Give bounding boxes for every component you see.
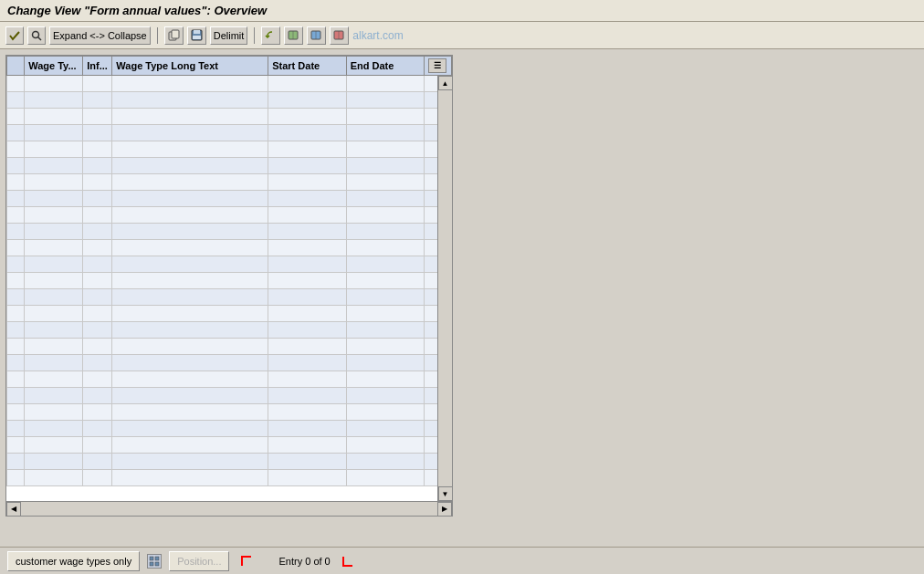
end-date-cell bbox=[346, 158, 424, 174]
row-selector[interactable] bbox=[7, 191, 25, 207]
col-header-tableicon: ☰ bbox=[425, 57, 452, 76]
save-btn[interactable] bbox=[187, 26, 206, 45]
wage-type-cell bbox=[25, 109, 83, 125]
row-selector[interactable] bbox=[7, 454, 25, 470]
row-selector[interactable] bbox=[7, 207, 25, 224]
inf-cell bbox=[83, 454, 112, 470]
row-selector[interactable] bbox=[7, 421, 25, 437]
long-text-cell bbox=[112, 355, 268, 371]
wage-type-cell bbox=[25, 141, 83, 158]
check-icon-btn[interactable] bbox=[5, 26, 24, 45]
column-config-icon[interactable]: ☰ bbox=[428, 58, 446, 73]
table-row[interactable] bbox=[7, 240, 452, 256]
end-date-cell bbox=[346, 306, 424, 322]
start-date-cell bbox=[268, 306, 346, 322]
search-icon-btn[interactable] bbox=[27, 26, 46, 45]
end-date-cell bbox=[346, 76, 424, 92]
undo-btn[interactable] bbox=[261, 26, 280, 45]
scroll-down-btn[interactable]: ▼ bbox=[438, 486, 453, 501]
end-date-cell bbox=[346, 371, 424, 388]
copy-btn[interactable] bbox=[164, 26, 184, 45]
inf-cell bbox=[83, 355, 112, 371]
row-selector[interactable] bbox=[7, 256, 25, 273]
table-row[interactable] bbox=[7, 207, 452, 224]
table-row[interactable] bbox=[7, 92, 452, 109]
col-header-startdate: Start Date bbox=[268, 57, 346, 76]
table-row[interactable] bbox=[7, 141, 452, 158]
row-selector[interactable] bbox=[7, 158, 25, 174]
col-header-sel bbox=[7, 57, 25, 76]
row-selector[interactable] bbox=[7, 76, 25, 92]
svg-rect-14 bbox=[155, 557, 159, 560]
row-selector[interactable] bbox=[7, 92, 25, 109]
vertical-scrollbar[interactable]: ▲ ▼ bbox=[437, 76, 452, 501]
end-date-cell bbox=[346, 256, 424, 273]
table-row[interactable] bbox=[7, 404, 452, 421]
table-row[interactable] bbox=[7, 191, 452, 207]
table-row[interactable] bbox=[7, 388, 452, 404]
book2-btn[interactable] bbox=[307, 26, 326, 45]
book3-btn[interactable] bbox=[330, 26, 349, 45]
table-row[interactable] bbox=[7, 273, 452, 289]
scroll-up-btn[interactable]: ▲ bbox=[438, 76, 453, 90]
row-selector[interactable] bbox=[7, 125, 25, 141]
wage-type-cell bbox=[25, 470, 83, 486]
row-selector[interactable] bbox=[7, 224, 25, 240]
row-selector[interactable] bbox=[7, 306, 25, 322]
wage-type-cell bbox=[25, 322, 83, 339]
row-selector[interactable] bbox=[7, 141, 25, 158]
table-row[interactable] bbox=[7, 470, 452, 486]
long-text-cell bbox=[112, 371, 268, 388]
table-row[interactable] bbox=[7, 158, 452, 174]
row-selector[interactable] bbox=[7, 339, 25, 355]
table-row[interactable] bbox=[7, 371, 452, 388]
row-selector[interactable] bbox=[7, 322, 25, 339]
table-row[interactable] bbox=[7, 289, 452, 306]
row-selector[interactable] bbox=[7, 174, 25, 191]
scroll-right-btn[interactable]: ▶ bbox=[437, 502, 452, 517]
row-selector[interactable] bbox=[7, 109, 25, 125]
table-row[interactable] bbox=[7, 306, 452, 322]
scroll-left-btn[interactable]: ◀ bbox=[6, 502, 21, 517]
inf-cell bbox=[83, 141, 112, 158]
row-selector[interactable] bbox=[7, 437, 25, 454]
watermark-text: alkart.com bbox=[352, 29, 403, 42]
row-selector[interactable] bbox=[7, 289, 25, 306]
position-btn[interactable]: Position... bbox=[169, 551, 229, 571]
row-selector[interactable] bbox=[7, 355, 25, 371]
table-row[interactable] bbox=[7, 224, 452, 240]
table-row[interactable] bbox=[7, 437, 452, 454]
row-selector[interactable] bbox=[7, 371, 25, 388]
horizontal-scrollbar[interactable]: ◀ ▶ bbox=[5, 502, 453, 517]
table-row[interactable] bbox=[7, 339, 452, 355]
long-text-cell bbox=[112, 76, 268, 92]
long-text-cell bbox=[112, 421, 268, 437]
table-row[interactable] bbox=[7, 256, 452, 273]
inf-cell bbox=[83, 207, 112, 224]
table-row[interactable] bbox=[7, 174, 452, 191]
col-header-longtext: Wage Type Long Text bbox=[112, 57, 268, 76]
row-selector[interactable] bbox=[7, 273, 25, 289]
table-row[interactable] bbox=[7, 76, 452, 92]
table-row[interactable] bbox=[7, 421, 452, 437]
end-date-cell bbox=[346, 470, 424, 486]
book1-btn[interactable] bbox=[284, 26, 303, 45]
table-row[interactable] bbox=[7, 109, 452, 125]
long-text-cell bbox=[112, 125, 268, 141]
title-bar: Change View "Form annual values": Overvi… bbox=[0, 0, 924, 22]
row-selector[interactable] bbox=[7, 470, 25, 486]
table-row[interactable] bbox=[7, 125, 452, 141]
expand-collapse-btn[interactable]: Expand <-> Collapse bbox=[49, 26, 151, 45]
wage-type-cell bbox=[25, 437, 83, 454]
wage-type-cell bbox=[25, 273, 83, 289]
row-selector[interactable] bbox=[7, 388, 25, 404]
customer-wage-types-btn[interactable]: customer wage types only bbox=[7, 551, 140, 571]
delimit-btn[interactable]: Delimit bbox=[210, 26, 248, 45]
row-selector[interactable] bbox=[7, 404, 25, 421]
table-row[interactable] bbox=[7, 355, 452, 371]
inf-cell bbox=[83, 289, 112, 306]
row-selector[interactable] bbox=[7, 240, 25, 256]
table-row[interactable] bbox=[7, 322, 452, 339]
table-row[interactable] bbox=[7, 454, 452, 470]
bracket-top-right-icon bbox=[240, 555, 253, 568]
